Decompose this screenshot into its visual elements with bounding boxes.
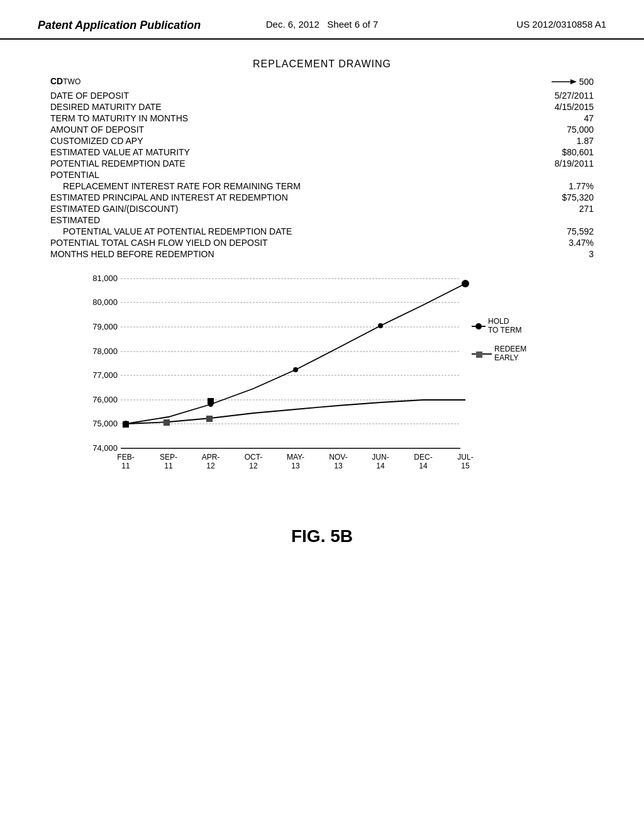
row-value: 1.87 (531, 136, 594, 146)
table-row: ESTIMATED (50, 214, 594, 226)
svg-text:77,000: 77,000 (92, 370, 118, 380)
main-content: REPLACEMENT DRAWING CD TWO 500 DATE OF D… (0, 46, 644, 559)
publication-title: Patent Application Publication (38, 19, 227, 32)
svg-rect-44 (208, 398, 214, 404)
table-row: ESTIMATED VALUE AT MATURITY $80,601 (50, 147, 594, 158)
svg-text:OCT-: OCT- (245, 453, 263, 462)
row-value: 75,000 (531, 124, 594, 135)
svg-text:13: 13 (334, 462, 343, 470)
svg-marker-1 (570, 79, 577, 84)
svg-text:JUN-: JUN- (372, 453, 389, 462)
arrow-500: 500 (552, 77, 594, 87)
cd-superscript: TWO (63, 77, 80, 86)
svg-text:13: 13 (291, 462, 300, 470)
svg-text:TO TERM: TO TERM (488, 326, 522, 335)
svg-text:11: 11 (121, 462, 130, 470)
row-label: CUSTOMIZED CD APY (50, 136, 143, 146)
svg-text:78,000: 78,000 (92, 346, 118, 356)
svg-rect-50 (476, 351, 482, 358)
row-label: ESTIMATED PRINCIPAL AND INTEREST AT REDE… (50, 192, 288, 202)
page-header: Patent Application Publication Dec. 6, 2… (0, 0, 644, 40)
svg-text:75,000: 75,000 (92, 419, 118, 428)
row-value: 1.77% (531, 181, 594, 191)
row-label: POTENTIAL VALUE AT POTENTIAL REDEMPTION … (50, 226, 292, 236)
table-row: DATE OF DEPOSIT 5/27/2011 (50, 90, 594, 101)
svg-point-39 (378, 323, 383, 328)
row-label: REPLACEMENT INTEREST RATE FOR REMAINING … (50, 181, 301, 191)
table-row: ESTIMATED PRINCIPAL AND INTEREST AT REDE… (50, 192, 594, 203)
svg-rect-42 (164, 419, 170, 426)
figure-label: FIG. 5B (50, 526, 594, 546)
svg-text:APR-: APR- (202, 453, 220, 462)
svg-text:FEB-: FEB- (117, 453, 134, 462)
page: Patent Application Publication Dec. 6, 2… (0, 0, 644, 830)
row-value: 8/19/2011 (531, 158, 594, 169)
svg-text:REDEEM: REDEEM (494, 345, 526, 353)
svg-text:81,000: 81,000 (92, 274, 118, 283)
cd-label: CD (50, 76, 63, 86)
table-row: POTENTIAL VALUE AT POTENTIAL REDEMPTION … (50, 226, 594, 237)
table-row: TERM TO MATURITY IN MONTHS 47 (50, 113, 594, 124)
chart-ref-label: 500 (579, 77, 594, 87)
chart-svg: .chart-text { font-family: Arial, sans-s… (50, 272, 594, 486)
svg-text:80,000: 80,000 (92, 297, 118, 307)
svg-rect-43 (206, 416, 213, 422)
svg-text:74,000: 74,000 (92, 443, 118, 453)
svg-text:79,000: 79,000 (92, 322, 118, 331)
table-row: CUSTOMIZED CD APY 1.87 (50, 135, 594, 147)
svg-text:SEP-: SEP- (160, 453, 177, 462)
row-value: 3.47% (531, 238, 594, 248)
svg-point-40 (462, 280, 469, 287)
svg-text:12: 12 (249, 462, 258, 470)
row-label: POTENTIAL TOTAL CASH FLOW YIELD ON DEPOS… (50, 238, 268, 248)
table-row: MONTHS HELD BEFORE REDEMPTION 3 (50, 248, 594, 260)
svg-point-46 (475, 323, 482, 329)
row-label: ESTIMATED (50, 215, 100, 225)
svg-text:JUL-: JUL- (457, 453, 473, 462)
svg-text:NOV-: NOV- (329, 453, 347, 462)
svg-text:14: 14 (419, 462, 428, 470)
replacement-drawing-title: REPLACEMENT DRAWING (50, 58, 594, 70)
publication-date: Dec. 6, 2012 (266, 19, 319, 30)
row-label: ESTIMATED GAIN/(DISCOUNT) (50, 204, 179, 214)
row-value: 75,592 (531, 226, 594, 236)
row-value: $80,601 (531, 147, 594, 157)
svg-text:76,000: 76,000 (92, 395, 118, 404)
row-label: DATE OF DEPOSIT (50, 91, 129, 101)
row-value: 271 (531, 204, 594, 214)
cd-two-label: CD TWO (50, 76, 80, 86)
table-row: POTENTIAL (50, 169, 594, 180)
row-value: $75,320 (531, 192, 594, 202)
svg-text:DEC-: DEC- (414, 453, 432, 462)
row-value: 5/27/2011 (531, 91, 594, 101)
arrow-icon (552, 77, 577, 87)
row-label: ESTIMATED VALUE AT MATURITY (50, 147, 190, 157)
svg-text:15: 15 (461, 462, 470, 470)
row-label: AMOUNT OF DEPOSIT (50, 124, 144, 135)
header-center: Dec. 6, 2012 Sheet 6 of 7 (227, 19, 416, 30)
row-value: 47 (531, 113, 594, 123)
svg-text:14: 14 (376, 462, 385, 470)
table-row: ESTIMATED GAIN/(DISCOUNT) 271 (50, 203, 594, 214)
svg-text:MAY-: MAY- (287, 453, 304, 462)
table-row: POTENTIAL TOTAL CASH FLOW YIELD ON DEPOS… (50, 237, 594, 248)
svg-point-38 (293, 367, 298, 372)
row-label: DESIRED MATURITY DATE (50, 102, 162, 112)
table-row: AMOUNT OF DEPOSIT 75,000 (50, 124, 594, 135)
cd-header-row: CD TWO 500 (50, 76, 594, 87)
svg-text:12: 12 (206, 462, 215, 470)
row-label: MONTHS HELD BEFORE REDEMPTION (50, 249, 214, 259)
row-label: TERM TO MATURITY IN MONTHS (50, 113, 188, 123)
row-label: POTENTIAL REDEMPTION DATE (50, 158, 186, 169)
patent-number: US 2012/0310858 A1 (417, 19, 606, 30)
table-row: DESIRED MATURITY DATE 4/15/2015 (50, 101, 594, 113)
row-label: POTENTIAL (50, 170, 99, 180)
svg-text:11: 11 (164, 462, 173, 470)
row-value: 4/15/2015 (531, 102, 594, 112)
chart-container: .chart-text { font-family: Arial, sans-s… (50, 272, 594, 489)
table-row: REPLACEMENT INTEREST RATE FOR REMAINING … (50, 180, 594, 192)
table-row: POTENTIAL REDEMPTION DATE 8/19/2011 (50, 158, 594, 169)
svg-text:HOLD: HOLD (488, 317, 509, 326)
svg-rect-41 (123, 421, 129, 428)
row-value: 3 (531, 249, 594, 259)
